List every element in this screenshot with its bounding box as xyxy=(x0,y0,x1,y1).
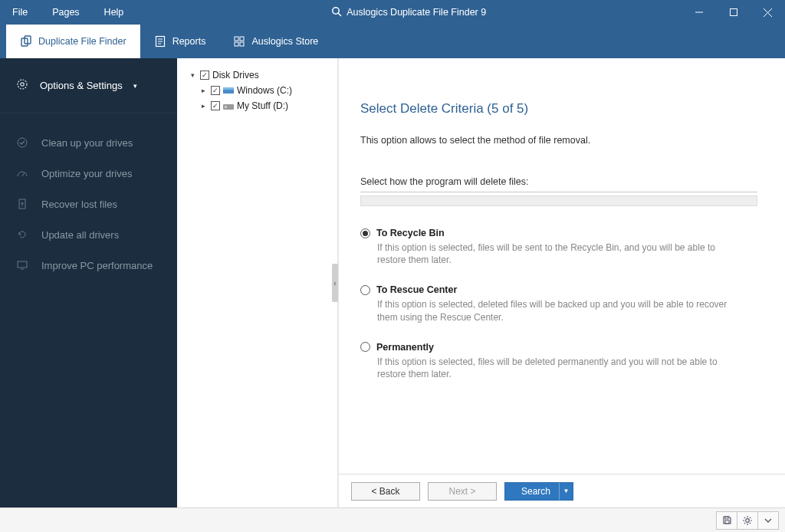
speedometer-icon xyxy=(15,166,29,180)
svg-line-35 xyxy=(744,517,745,517)
tree-drive-d[interactable]: ▸ ✓ My Stuff (D:) xyxy=(180,98,334,113)
tab-reports[interactable]: Reports xyxy=(140,25,220,58)
sidebar-item-label: Update all drivers xyxy=(41,229,119,241)
svg-point-16 xyxy=(18,80,27,89)
sidebar-item-optimize[interactable]: Optimize your drives xyxy=(0,158,177,189)
splitter-handle[interactable] xyxy=(332,264,338,302)
drive-icon xyxy=(223,87,234,94)
back-button[interactable]: < Back xyxy=(351,482,420,501)
titlebar: File Pages Help Auslogics Duplicate File… xyxy=(0,0,785,25)
checkbox[interactable]: ✓ xyxy=(211,86,220,95)
svg-line-36 xyxy=(750,522,751,523)
progress-strip xyxy=(360,195,757,206)
content-pane: Select Delete Criteria (5 of 5) This opt… xyxy=(338,58,785,507)
svg-line-19 xyxy=(22,172,25,176)
save-icon-button[interactable] xyxy=(716,511,737,530)
radio-desc: If this option is selected, deleted file… xyxy=(360,298,736,323)
dropdown-icon-button[interactable] xyxy=(757,511,779,530)
drive-icon xyxy=(223,102,234,110)
collapse-icon[interactable]: ▾ xyxy=(191,71,197,79)
radio-button[interactable] xyxy=(360,285,370,295)
tree-root-label: Disk Drives xyxy=(212,70,259,80)
maximize-button[interactable] xyxy=(716,0,751,25)
duplicate-icon xyxy=(20,35,32,48)
radio-rescue-center[interactable]: To Rescue Center If this option is selec… xyxy=(360,284,757,323)
section-separator xyxy=(360,192,757,192)
expand-icon[interactable]: ▸ xyxy=(202,102,208,110)
svg-rect-26 xyxy=(225,106,227,108)
main-area: Options & Settings ▾ Clean up your drive… xyxy=(0,58,785,507)
app-title: Auslogics Duplicate File Finder 9 xyxy=(136,6,682,19)
chevron-down-icon: ▾ xyxy=(133,82,137,90)
drive-tree-pane: ▾ ✓ Disk Drives ▸ ✓ Windows (C:) ▸ ✓ My … xyxy=(177,58,338,507)
svg-line-1 xyxy=(338,13,341,16)
menu-file[interactable]: File xyxy=(0,0,40,25)
sidebar-item-clean-up[interactable]: Clean up your drives xyxy=(0,127,177,158)
sidebar-item-label: Clean up your drives xyxy=(41,137,133,149)
checkbox[interactable]: ✓ xyxy=(211,101,220,110)
section-label: Select how the program will delete files… xyxy=(360,176,757,187)
checkbox[interactable]: ✓ xyxy=(200,71,209,80)
app-title-text: Auslogics Duplicate File Finder 9 xyxy=(347,7,486,18)
reports-icon xyxy=(154,35,166,48)
sidebar-item-improve-perf[interactable]: Improve PC performance xyxy=(0,250,177,281)
svg-line-38 xyxy=(744,522,745,523)
radio-desc: If this option is selected, files will b… xyxy=(360,356,736,380)
svg-point-17 xyxy=(21,83,24,86)
window-controls xyxy=(682,0,785,25)
minimize-button[interactable] xyxy=(682,0,716,25)
tree-drive-label: My Stuff (D:) xyxy=(237,100,288,111)
svg-line-37 xyxy=(750,517,751,517)
sidebar-item-label: Optimize your drives xyxy=(41,168,132,179)
next-button[interactable]: Next > xyxy=(428,482,497,501)
gear-icon xyxy=(15,77,29,94)
store-icon xyxy=(233,35,245,48)
page-heading: Select Delete Criteria (5 of 5) xyxy=(360,101,757,117)
radio-recycle-bin[interactable]: To Recycle Bin If this option is selecte… xyxy=(360,228,757,266)
tab-auslogics-store[interactable]: Auslogics Store xyxy=(219,25,332,58)
svg-rect-15 xyxy=(240,42,244,46)
menu-help[interactable]: Help xyxy=(92,0,136,25)
recover-icon xyxy=(15,197,29,211)
tab-duplicate-file-finder[interactable]: Duplicate File Finder xyxy=(6,25,140,58)
radio-desc: If this option is selected, files will b… xyxy=(360,241,736,266)
status-bar xyxy=(0,507,785,532)
svg-rect-28 xyxy=(725,517,728,519)
sidebar-item-label: Recover lost files xyxy=(41,199,117,210)
radio-permanently[interactable]: Permanently If this option is selected, … xyxy=(360,342,757,380)
magnifier-icon xyxy=(331,6,342,19)
expand-icon[interactable]: ▸ xyxy=(202,87,208,94)
tree-root[interactable]: ▾ ✓ Disk Drives xyxy=(180,67,334,83)
menu-pages[interactable]: Pages xyxy=(40,0,91,25)
radio-button[interactable] xyxy=(360,342,370,352)
svg-point-30 xyxy=(746,518,750,522)
wizard-button-row: < Back Next > Search ▼ xyxy=(339,474,785,507)
tree-drive-c[interactable]: ▸ ✓ Windows (C:) xyxy=(180,83,334,98)
sidebar-item-recover[interactable]: Recover lost files xyxy=(0,189,177,219)
svg-rect-3 xyxy=(730,9,737,16)
monitor-icon xyxy=(15,258,29,272)
delete-method-radio-group: To Recycle Bin If this option is selecte… xyxy=(360,228,757,380)
search-dropdown-icon[interactable]: ▼ xyxy=(559,483,573,500)
radio-title: Permanently xyxy=(376,342,434,353)
sidebar-item-update-drivers[interactable]: Update all drivers xyxy=(0,219,177,250)
tab-label: Auslogics Store xyxy=(251,36,318,47)
menubar: File Pages Help xyxy=(0,0,136,25)
broom-icon xyxy=(15,136,29,149)
content-body: Select Delete Criteria (5 of 5) This opt… xyxy=(339,58,785,474)
tab-label: Duplicate File Finder xyxy=(38,36,126,47)
search-button-label: Search xyxy=(521,486,550,497)
radio-button[interactable] xyxy=(360,228,370,238)
settings-icon-button[interactable] xyxy=(737,511,758,530)
options-and-settings-button[interactable]: Options & Settings ▾ xyxy=(0,58,177,113)
tab-label: Reports xyxy=(172,36,206,47)
search-button[interactable]: Search ▼ xyxy=(504,482,573,501)
close-button[interactable] xyxy=(751,0,785,25)
svg-rect-21 xyxy=(18,261,27,268)
radio-title: To Rescue Center xyxy=(376,284,457,295)
options-label: Options & Settings xyxy=(40,80,123,91)
sidebar: Options & Settings ▾ Clean up your drive… xyxy=(0,58,177,507)
tree-drive-label: Windows (C:) xyxy=(237,85,292,96)
tab-bar: Duplicate File Finder Reports Auslogics … xyxy=(0,25,785,58)
svg-rect-14 xyxy=(235,42,238,46)
